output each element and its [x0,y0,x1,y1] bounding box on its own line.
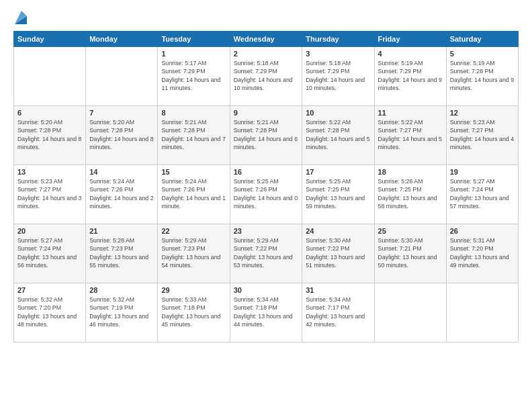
day-info: Sunrise: 5:27 AM Sunset: 7:24 PM Dayligh… [17,236,82,269]
day-info: Sunrise: 5:22 AM Sunset: 7:27 PM Dayligh… [378,118,443,151]
day-info: Sunrise: 5:18 AM Sunset: 7:29 PM Dayligh… [234,59,299,92]
calendar-cell [86,47,158,106]
day-info: Sunrise: 5:19 AM Sunset: 7:29 PM Dayligh… [378,59,443,92]
logo [13,12,27,24]
calendar-cell: 9Sunrise: 5:21 AM Sunset: 7:28 PM Daylig… [230,106,302,165]
calendar-cell: 2Sunrise: 5:18 AM Sunset: 7:29 PM Daylig… [230,47,302,106]
day-info: Sunrise: 5:20 AM Sunset: 7:28 PM Dayligh… [89,118,154,151]
calendar-cell: 19Sunrise: 5:27 AM Sunset: 7:24 PM Dayli… [446,165,518,224]
calendar-header-row: SundayMondayTuesdayWednesdayThursdayFrid… [14,32,519,47]
day-info: Sunrise: 5:23 AM Sunset: 7:27 PM Dayligh… [17,177,82,210]
calendar-cell: 10Sunrise: 5:22 AM Sunset: 7:28 PM Dayli… [302,106,374,165]
calendar-cell: 27Sunrise: 5:32 AM Sunset: 7:20 PM Dayli… [14,283,86,342]
calendar-cell: 21Sunrise: 5:28 AM Sunset: 7:23 PM Dayli… [86,224,158,283]
day-number: 14 [89,168,154,176]
day-info: Sunrise: 5:21 AM Sunset: 7:28 PM Dayligh… [161,118,226,151]
calendar-cell: 6Sunrise: 5:20 AM Sunset: 7:28 PM Daylig… [14,106,86,165]
calendar-cell: 31Sunrise: 5:34 AM Sunset: 7:17 PM Dayli… [302,283,374,342]
calendar-cell: 3Sunrise: 5:18 AM Sunset: 7:29 PM Daylig… [302,47,374,106]
day-number: 13 [17,168,82,176]
day-info: Sunrise: 5:22 AM Sunset: 7:28 PM Dayligh… [306,118,370,151]
day-number: 10 [306,109,370,117]
day-number: 8 [161,109,226,117]
calendar-cell: 30Sunrise: 5:34 AM Sunset: 7:18 PM Dayli… [230,283,302,342]
day-info: Sunrise: 5:18 AM Sunset: 7:29 PM Dayligh… [306,59,370,92]
calendar-cell: 14Sunrise: 5:24 AM Sunset: 7:26 PM Dayli… [86,165,158,224]
calendar-header-thursday: Thursday [302,32,374,47]
day-number: 3 [306,50,370,58]
day-number: 12 [450,109,515,117]
day-info: Sunrise: 5:34 AM Sunset: 7:18 PM Dayligh… [234,295,299,328]
logo-icon [15,11,27,24]
day-number: 15 [161,168,226,176]
day-number: 30 [234,286,299,294]
day-number: 21 [89,227,154,235]
day-number: 20 [17,227,82,235]
calendar-cell: 16Sunrise: 5:25 AM Sunset: 7:26 PM Dayli… [230,165,302,224]
day-number: 31 [306,286,370,294]
day-number: 7 [89,109,154,117]
day-number: 22 [161,227,226,235]
calendar-header-sunday: Sunday [14,32,86,47]
day-number: 19 [450,168,515,176]
calendar-cell: 25Sunrise: 5:30 AM Sunset: 7:21 PM Dayli… [374,224,446,283]
day-info: Sunrise: 5:31 AM Sunset: 7:20 PM Dayligh… [450,236,515,269]
calendar-header-wednesday: Wednesday [230,32,302,47]
day-number: 4 [378,50,443,58]
day-info: Sunrise: 5:29 AM Sunset: 7:23 PM Dayligh… [161,236,226,269]
calendar-cell: 26Sunrise: 5:31 AM Sunset: 7:20 PM Dayli… [446,224,518,283]
day-info: Sunrise: 5:29 AM Sunset: 7:22 PM Dayligh… [234,236,299,269]
day-info: Sunrise: 5:25 AM Sunset: 7:25 PM Dayligh… [306,177,370,210]
calendar-header-monday: Monday [86,32,158,47]
day-number: 2 [234,50,299,58]
calendar-header-saturday: Saturday [446,32,518,47]
calendar-header-tuesday: Tuesday [158,32,230,47]
calendar-week-3: 20Sunrise: 5:27 AM Sunset: 7:24 PM Dayli… [14,224,519,283]
day-info: Sunrise: 5:27 AM Sunset: 7:24 PM Dayligh… [450,177,515,210]
calendar-cell: 13Sunrise: 5:23 AM Sunset: 7:27 PM Dayli… [14,165,86,224]
calendar-week-2: 13Sunrise: 5:23 AM Sunset: 7:27 PM Dayli… [14,165,519,224]
day-info: Sunrise: 5:21 AM Sunset: 7:28 PM Dayligh… [234,118,299,151]
day-info: Sunrise: 5:30 AM Sunset: 7:22 PM Dayligh… [306,236,370,269]
calendar-cell: 22Sunrise: 5:29 AM Sunset: 7:23 PM Dayli… [158,224,230,283]
day-number: 25 [378,227,443,235]
day-info: Sunrise: 5:25 AM Sunset: 7:26 PM Dayligh… [234,177,299,210]
day-info: Sunrise: 5:23 AM Sunset: 7:27 PM Dayligh… [450,118,515,151]
calendar-week-4: 27Sunrise: 5:32 AM Sunset: 7:20 PM Dayli… [14,283,519,342]
calendar-cell: 8Sunrise: 5:21 AM Sunset: 7:28 PM Daylig… [158,106,230,165]
calendar-cell: 4Sunrise: 5:19 AM Sunset: 7:29 PM Daylig… [374,47,446,106]
day-number: 23 [234,227,299,235]
header [13,12,519,24]
calendar-cell: 17Sunrise: 5:25 AM Sunset: 7:25 PM Dayli… [302,165,374,224]
day-info: Sunrise: 5:24 AM Sunset: 7:26 PM Dayligh… [89,177,154,210]
calendar-header-friday: Friday [374,32,446,47]
calendar-week-0: 1Sunrise: 5:17 AM Sunset: 7:29 PM Daylig… [14,47,519,106]
calendar-cell [446,283,518,342]
calendar-cell [374,283,446,342]
calendar-cell: 28Sunrise: 5:32 AM Sunset: 7:19 PM Dayli… [86,283,158,342]
day-number: 16 [234,168,299,176]
day-info: Sunrise: 5:33 AM Sunset: 7:18 PM Dayligh… [161,295,226,328]
calendar-cell: 18Sunrise: 5:26 AM Sunset: 7:25 PM Dayli… [374,165,446,224]
calendar-cell: 1Sunrise: 5:17 AM Sunset: 7:29 PM Daylig… [158,47,230,106]
day-info: Sunrise: 5:32 AM Sunset: 7:19 PM Dayligh… [89,295,154,328]
day-number: 27 [17,286,82,294]
day-info: Sunrise: 5:19 AM Sunset: 7:28 PM Dayligh… [450,59,515,92]
calendar-cell: 11Sunrise: 5:22 AM Sunset: 7:27 PM Dayli… [374,106,446,165]
day-number: 29 [161,286,226,294]
day-number: 18 [378,168,443,176]
day-info: Sunrise: 5:34 AM Sunset: 7:17 PM Dayligh… [306,295,370,328]
day-info: Sunrise: 5:32 AM Sunset: 7:20 PM Dayligh… [17,295,82,328]
calendar-cell: 5Sunrise: 5:19 AM Sunset: 7:28 PM Daylig… [446,47,518,106]
calendar-cell: 24Sunrise: 5:30 AM Sunset: 7:22 PM Dayli… [302,224,374,283]
calendar-cell: 15Sunrise: 5:24 AM Sunset: 7:26 PM Dayli… [158,165,230,224]
page: SundayMondayTuesdayWednesdayThursdayFrid… [0,0,532,411]
day-number: 9 [234,109,299,117]
calendar-cell: 23Sunrise: 5:29 AM Sunset: 7:22 PM Dayli… [230,224,302,283]
calendar-cell: 20Sunrise: 5:27 AM Sunset: 7:24 PM Dayli… [14,224,86,283]
day-number: 5 [450,50,515,58]
calendar-table: SundayMondayTuesdayWednesdayThursdayFrid… [13,31,519,342]
day-number: 6 [17,109,82,117]
day-number: 24 [306,227,370,235]
day-number: 28 [89,286,154,294]
